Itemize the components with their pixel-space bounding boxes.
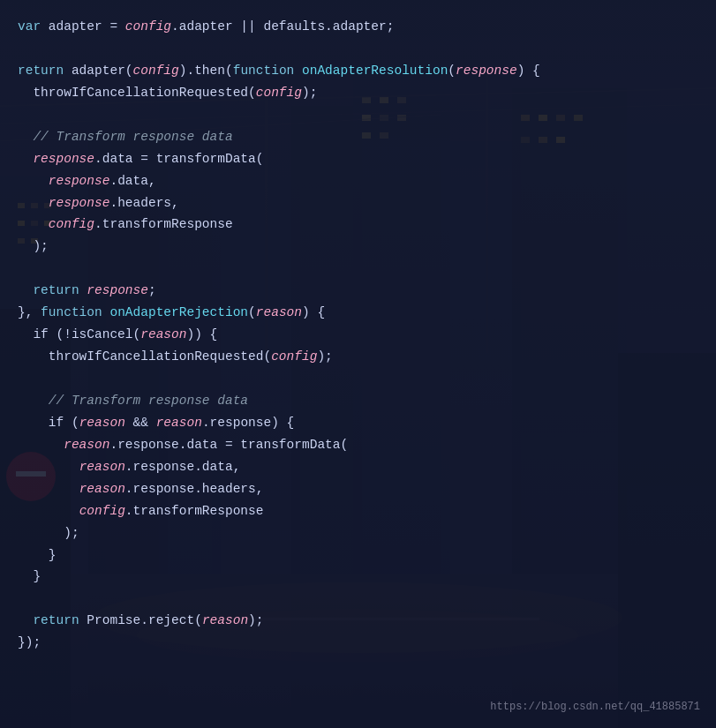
code-line: response.headers,: [18, 192, 695, 214]
code-token: .data = transformData(: [94, 152, 263, 166]
code-line: if (!isCancel(reason)) {: [18, 324, 695, 346]
code-token: [18, 174, 49, 188]
code-line: }: [18, 544, 695, 567]
code-token: config: [125, 19, 171, 34]
code-token: reason: [79, 482, 125, 496]
code-line: var adapter = config.adapter || defaults…: [18, 16, 695, 38]
watermark-url: https://blog.csdn.net/qq_41885871: [490, 699, 700, 716]
code-token: );: [302, 86, 317, 100]
code-token: response: [87, 283, 148, 297]
code-line: return response;: [18, 280, 695, 302]
code-line: config.transformResponse: [18, 500, 695, 522]
code-token: .response.headers,: [125, 482, 264, 496]
code-token: if (!isCancel(: [18, 327, 140, 341]
code-token: Promise: [87, 613, 140, 627]
code-token: adapter(: [72, 64, 133, 78]
code-token: return: [18, 283, 87, 297]
code-token: .data,: [109, 174, 155, 188]
code-token: &&: [125, 416, 156, 430]
code-token: );: [317, 349, 332, 364]
code-token: reason: [140, 327, 186, 341]
code-token: config: [271, 349, 317, 364]
code-token: .transformResponse: [94, 217, 233, 231]
code-token: reason: [156, 416, 202, 430]
code-token: throwIfCancellationRequested(: [18, 349, 271, 364]
code-token: [18, 196, 49, 210]
code-token: onAdapterRejection: [109, 305, 248, 319]
code-line: return adapter(config).then(function onA…: [18, 60, 695, 82]
code-line: [18, 104, 695, 126]
code-token: );: [18, 526, 79, 540]
code-token: .response.data = transformData(: [109, 438, 348, 452]
code-token: function: [233, 64, 302, 78]
code-line: );: [18, 522, 695, 544]
code-line: if (reason && reason.response) {: [18, 412, 695, 434]
code-token: return: [18, 613, 87, 627]
code-token: // Transform response data: [18, 130, 233, 144]
code-token: response: [49, 196, 110, 210]
code-token: );: [248, 613, 263, 627]
code-token: ;: [148, 283, 156, 297]
code-line: response.data = transformData(: [18, 148, 695, 170]
code-token: });: [18, 635, 41, 649]
code-token: .response.data,: [125, 460, 241, 474]
code-line: [18, 38, 695, 60]
code-token: }: [18, 548, 57, 562]
code-token: ).: [179, 64, 194, 78]
code-block: var adapter = config.adapter || defaults…: [18, 16, 695, 654]
code-line: });: [18, 632, 695, 654]
code-token: (: [225, 64, 233, 78]
code-line: }, function onAdapterRejection(reason) {: [18, 302, 695, 324]
code-line: response.data,: [18, 170, 695, 192]
code-line: // Transform response data: [18, 126, 695, 148]
code-token: reason: [64, 438, 109, 452]
code-token: (: [248, 305, 256, 319]
code-token: },: [18, 305, 41, 319]
code-token: [18, 438, 64, 452]
code-token: .reject(: [140, 613, 202, 627]
code-token: reason: [79, 460, 125, 474]
code-line: reason.response.headers,: [18, 478, 695, 500]
code-line: }: [18, 566, 695, 588]
code-token: throwIfCancellationRequested(: [18, 86, 256, 100]
code-token: onAdapterResolution: [302, 64, 448, 78]
code-token: config: [79, 504, 125, 518]
code-token: ) {: [517, 64, 540, 78]
code-token: )) {: [186, 327, 217, 341]
code-token: function: [41, 305, 109, 319]
code-token: [18, 460, 79, 474]
code-token: }: [18, 569, 41, 583]
code-token: [18, 217, 49, 231]
code-token: ) {: [302, 305, 325, 319]
code-line: return Promise.reject(reason);: [18, 610, 695, 632]
code-token: reason: [79, 416, 125, 430]
code-token: config: [256, 86, 302, 100]
code-line: );: [18, 236, 695, 258]
code-line: [18, 258, 695, 280]
code-token: .adapter ||: [171, 19, 263, 34]
code-token: (: [448, 64, 456, 78]
code-line: throwIfCancellationRequested(config);: [18, 346, 695, 368]
code-token: [18, 482, 79, 496]
code-token: return: [18, 64, 72, 78]
code-token: response: [49, 174, 110, 188]
code-token: config: [133, 64, 179, 78]
code-token: response: [456, 64, 517, 78]
code-token: .headers,: [109, 196, 178, 210]
code-token: adapter =: [41, 19, 125, 34]
code-token: );: [18, 239, 49, 253]
code-line: config.transformResponse: [18, 214, 695, 236]
code-token: response: [33, 152, 94, 166]
code-token: [18, 504, 79, 518]
code-token: [18, 152, 33, 166]
code-line: [18, 368, 695, 390]
code-container: var adapter = config.adapter || defaults…: [0, 0, 716, 728]
code-token: then: [194, 64, 225, 78]
code-line: [18, 588, 695, 610]
code-token: config: [49, 217, 94, 231]
code-token: if (: [18, 416, 79, 430]
code-token: reason: [202, 613, 248, 627]
code-token: .response) {: [202, 416, 294, 430]
code-line: reason.response.data = transformData(: [18, 434, 695, 456]
code-token: reason: [256, 305, 302, 319]
